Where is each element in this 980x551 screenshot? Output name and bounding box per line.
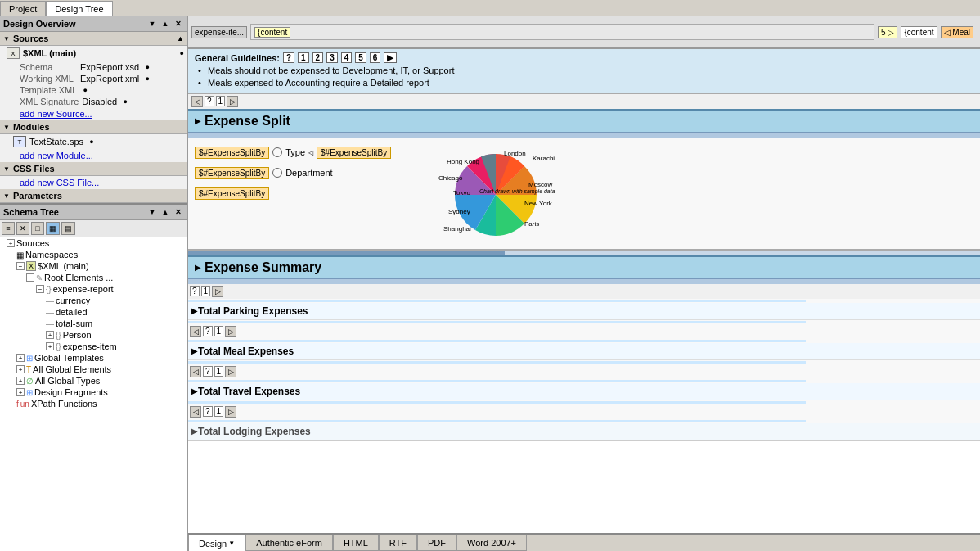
schema-close-icon[interactable]: ✕ xyxy=(173,206,184,218)
travel-collapse[interactable]: ▶ xyxy=(191,386,198,395)
meal-nav-q[interactable]: ? xyxy=(203,366,213,377)
bottom-tabs: Design ▼ Authentic eForm HTML RTF PDF Wo… xyxy=(188,533,980,551)
tree-root-elements[interactable]: − ✎ Root Elements ... xyxy=(0,272,187,283)
tree-all-global-elements[interactable]: + T All Global Elements xyxy=(0,364,187,375)
lodging-collapse[interactable]: ▶ xyxy=(191,427,198,436)
expense-split-collapse[interactable]: ▶ xyxy=(195,116,201,125)
travel-nav-1[interactable]: 1 xyxy=(214,406,224,417)
tab-word2007[interactable]: Word 2007+ xyxy=(456,535,527,551)
sources-section-header[interactable]: ▼ Sources ▲ xyxy=(0,32,187,46)
meal-collapse[interactable]: ▶ xyxy=(191,346,198,355)
guideline-num-6[interactable]: 6 xyxy=(370,52,381,63)
expense-items-tab[interactable]: expense-ite... xyxy=(191,26,247,38)
radio-type[interactable] xyxy=(272,147,282,157)
xml-main-expand[interactable]: ● xyxy=(180,49,184,57)
person-expander[interactable]: + xyxy=(46,331,54,339)
content-area[interactable]: General Guidelines: ? 1 2 3 4 5 6 ▶ Meal… xyxy=(188,49,980,533)
tree-person[interactable]: + {} Person xyxy=(0,329,187,341)
xml-sig-icon[interactable]: ● xyxy=(120,97,130,106)
parking-nav-next[interactable]: ▷ xyxy=(225,326,236,337)
guideline-num-3[interactable]: 3 xyxy=(326,52,338,63)
schema-float-icon[interactable]: ▲ xyxy=(160,206,171,218)
nav-next-1[interactable]: ▷ xyxy=(227,96,238,107)
guideline-num-q[interactable]: ? xyxy=(283,52,294,63)
xml-main-expander[interactable]: − xyxy=(16,262,25,270)
sources-scroll-icon[interactable]: ▲ xyxy=(177,34,184,43)
tree-xml-main[interactable]: − X $XML (main) xyxy=(0,260,187,272)
tab-design-tree[interactable]: Design Tree xyxy=(46,1,112,16)
parking-nav-1[interactable]: 1 xyxy=(214,326,224,336)
schema-btn-4[interactable]: ▦ xyxy=(46,222,60,235)
schema-pin-icon[interactable]: ▼ xyxy=(146,206,158,218)
parking-nav-prev[interactable]: ◁ xyxy=(190,326,201,337)
travel-nav-next[interactable]: ▷ xyxy=(225,406,236,418)
global-elements-expander[interactable]: + xyxy=(16,365,25,373)
tree-expense-report[interactable]: − {} expense-report xyxy=(0,283,187,295)
tab-pdf[interactable]: PDF xyxy=(417,535,456,551)
summary-nav-1[interactable]: 1 xyxy=(201,286,211,296)
schema-icon[interactable]: ● xyxy=(142,62,152,72)
expense-item-expander[interactable]: + xyxy=(46,342,54,350)
meal-nav-prev[interactable]: ◁ xyxy=(190,366,201,377)
design-fragments-expander[interactable]: + xyxy=(16,388,25,396)
schema-tree-content[interactable]: + Sources ▦ Namespaces − X $XML (main) −… xyxy=(0,237,187,551)
guideline-num-next[interactable]: ▶ xyxy=(384,52,397,63)
nav-num-1[interactable]: 1 xyxy=(216,96,226,106)
travel-nav-q[interactable]: ? xyxy=(203,406,213,417)
schema-btn-2[interactable]: ✕ xyxy=(16,222,29,235)
meal-nav-1[interactable]: 1 xyxy=(214,366,224,377)
xml-sig-value: Disabled xyxy=(82,97,117,106)
meal-nav-next[interactable]: ▷ xyxy=(225,366,236,377)
global-templates-expander[interactable]: + xyxy=(16,354,25,362)
radio-department[interactable] xyxy=(272,168,282,178)
split-scrollbar-thumb[interactable] xyxy=(188,251,505,255)
add-source-link[interactable]: add new Source... xyxy=(0,107,187,120)
schema-btn-3[interactable]: □ xyxy=(31,222,44,235)
summary-nav-q[interactable]: ? xyxy=(190,286,200,296)
tab-html[interactable]: HTML xyxy=(333,535,379,551)
tree-all-global-types[interactable]: + ∅ All Global Types xyxy=(0,375,187,386)
expense-summary-collapse[interactable]: ▶ xyxy=(195,263,201,272)
global-types-expander[interactable]: + xyxy=(16,377,25,385)
travel-nav-prev[interactable]: ◁ xyxy=(190,406,201,418)
parameters-section-header[interactable]: ▼ Parameters xyxy=(0,189,187,203)
tree-namespaces[interactable]: ▦ Namespaces xyxy=(0,249,187,260)
close-icon[interactable]: ✕ xyxy=(173,18,184,29)
sources-expander[interactable]: + xyxy=(7,239,15,247)
tab-project[interactable]: Project xyxy=(0,1,46,16)
nav-num-q[interactable]: ? xyxy=(205,96,214,106)
css-section-header[interactable]: ▼ CSS Files xyxy=(0,162,187,176)
tab-authentic-eform[interactable]: Authentic eForm xyxy=(245,535,333,551)
template-xml-icon[interactable]: ● xyxy=(80,85,90,95)
pin-icon[interactable]: ▼ xyxy=(146,18,158,29)
tree-currency[interactable]: — currency xyxy=(0,295,187,306)
tree-xpath-functions[interactable]: f un XPath Functions xyxy=(0,398,187,409)
tree-expense-item[interactable]: + {} expense-item xyxy=(0,341,187,352)
tree-global-templates[interactable]: + ⊞ Global Templates xyxy=(0,352,187,364)
guideline-num-5[interactable]: 5 xyxy=(355,52,366,63)
add-css-link[interactable]: add new CSS File... xyxy=(0,176,187,189)
expense-report-expander[interactable]: − xyxy=(36,285,44,293)
schema-btn-1[interactable]: ≡ xyxy=(2,222,15,235)
modules-section-header[interactable]: ▼ Modules xyxy=(0,120,187,134)
tab-rtf[interactable]: RTF xyxy=(379,535,417,551)
root-expander[interactable]: − xyxy=(26,273,34,282)
tree-design-fragments[interactable]: + ⊞ Design Fragments xyxy=(0,386,187,398)
module-expand[interactable]: ● xyxy=(87,137,97,147)
tree-sources-root[interactable]: + Sources xyxy=(0,237,187,249)
type-arrow[interactable]: ◁ xyxy=(308,149,313,156)
guideline-num-1[interactable]: 1 xyxy=(298,52,309,63)
working-xml-icon[interactable]: ● xyxy=(142,74,152,84)
summary-nav-next[interactable]: ▷ xyxy=(212,286,223,297)
schema-btn-5[interactable]: ▤ xyxy=(61,222,75,235)
guideline-num-4[interactable]: 4 xyxy=(341,52,353,63)
parking-collapse[interactable]: ▶ xyxy=(191,306,198,315)
float-icon[interactable]: ▲ xyxy=(160,18,171,29)
add-module-link[interactable]: add new Module... xyxy=(0,149,187,162)
tree-total-sum[interactable]: — total-sum xyxy=(0,318,187,329)
tree-detailed[interactable]: — detailed xyxy=(0,306,187,318)
guideline-num-2[interactable]: 2 xyxy=(312,52,324,63)
nav-prev-1[interactable]: ◁ xyxy=(191,96,203,107)
parking-nav-q[interactable]: ? xyxy=(203,326,213,336)
tab-design[interactable]: Design ▼ xyxy=(188,535,245,551)
